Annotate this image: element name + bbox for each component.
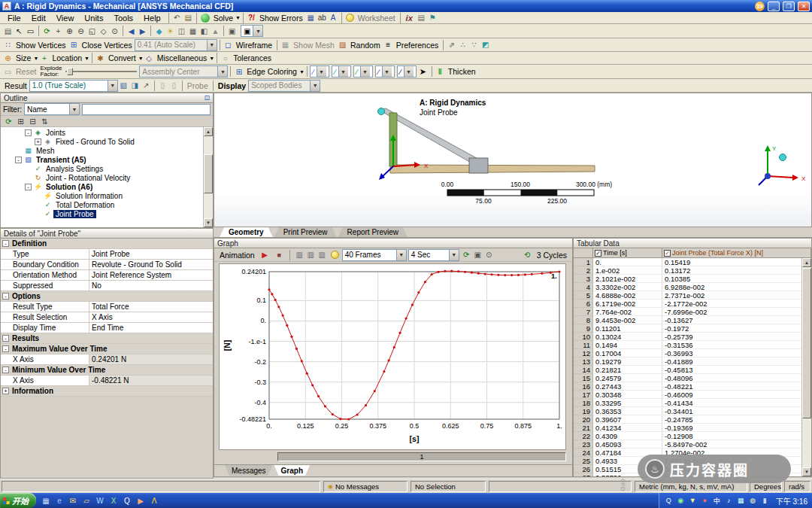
details-row-result-type[interactable]: Result TypeTotal Force [1, 302, 213, 312]
result-toggle-icon[interactable] [331, 251, 339, 259]
ql-player-icon[interactable]: ▶ [135, 494, 147, 506]
print-icon[interactable]: ▤ [2, 25, 14, 37]
table-row[interactable]: 150.24579-0.48096 [574, 374, 801, 382]
expand-icon[interactable]: + [2, 388, 9, 394]
box-select-icon[interactable]: ▭ [25, 25, 36, 37]
tree-item-fixed-ground-to-solid[interactable]: +◈Fixed - Ground To Solid [1, 137, 203, 146]
stop-animation-icon[interactable]: ■ [273, 249, 286, 261]
close-vertices-button[interactable]: ⊞ Close Vertices [68, 39, 135, 51]
table-row[interactable]: 160.27443-0.48221 [574, 382, 801, 391]
details-category-maximum-value-over-time[interactable]: -Maximum Value Over Time [1, 344, 213, 354]
tolerances-button[interactable]: ○ Tolerances [220, 52, 274, 64]
table-row[interactable]: 43.3302e-0026.9288e-002 [574, 283, 801, 291]
result-set-bar[interactable]: 1 [277, 452, 566, 461]
tab-messages[interactable]: Messages [225, 465, 273, 476]
pan-icon[interactable]: + [53, 25, 64, 37]
table-row[interactable]: 21.e-0020.13172 [574, 266, 801, 275]
reset-button[interactable]: ▭ Reset [2, 65, 38, 78]
vector-display-icon[interactable]: ↗ [141, 80, 152, 92]
menu-view[interactable]: View [51, 13, 80, 23]
viewport-layout-comb[interactable]: ▣ ▼ [241, 25, 263, 37]
minimize-button[interactable]: _ [768, 2, 780, 11]
table-row[interactable]: 89.4453e-002-0.13627 [574, 316, 801, 324]
tray-update-icon[interactable]: ◍ [748, 496, 758, 506]
outline-scrollbar[interactable]: ▲ ▼ [203, 127, 213, 227]
edge-style-combo-4[interactable]: ∕▼ [375, 65, 395, 78]
time-column-header[interactable]: ✓ Time [s] [593, 248, 662, 257]
show-vertices-button[interactable]: ∷ Show Vertices [2, 39, 68, 51]
table-row[interactable]: 180.33295-0.41434 [574, 399, 801, 407]
table-row[interactable]: 200.39607-0.24785 [574, 415, 801, 424]
details-row-value[interactable]: Joint Probe [89, 249, 213, 259]
pin-icon[interactable]: ⊡ [204, 94, 210, 102]
collapse-icon[interactable]: - [2, 345, 9, 352]
collapse-icon[interactable]: - [2, 367, 9, 373]
zoom-in-icon[interactable]: ⊕ [64, 25, 75, 37]
tree-item-joints[interactable]: -◈Joints [1, 128, 203, 137]
chart-properties-icon[interactable]: ⊙ [483, 249, 495, 261]
duration-combo[interactable]: 4 Sec ▼ [408, 249, 459, 261]
details-row-orientation-method[interactable]: Orientation MethodJoint Reference System [1, 270, 213, 281]
update-chart-icon[interactable]: ⟳ [461, 249, 472, 261]
spellcheck-icon[interactable]: ab [317, 12, 328, 24]
tree-item-joint-probe[interactable]: ✓Joint Probe [1, 209, 203, 218]
menu-file[interactable]: File [2, 13, 26, 23]
chart-zoom-icon[interactable]: ▥ [305, 249, 317, 261]
tab-geometry[interactable]: Geometry [220, 227, 273, 237]
export-video-icon[interactable]: ▣ [472, 249, 483, 261]
collapse-icon[interactable]: - [2, 240, 9, 247]
qq-level-badge[interactable]: 19 [755, 2, 765, 11]
font-icon[interactable]: A [328, 12, 339, 24]
menu-edit[interactable]: Edit [26, 13, 51, 23]
tray-download-icon[interactable]: ▼ [688, 496, 698, 506]
details-category-results[interactable]: -Results [1, 333, 213, 344]
details-row-value[interactable]: X Axis [89, 312, 213, 322]
details-row-value[interactable]: Revolute - Ground To Solid [89, 260, 213, 269]
outline-header[interactable]: Outline ⊡ [1, 93, 213, 103]
details-row-result-selection[interactable]: Result SelectionX Axis [1, 312, 213, 323]
link-horizontal-bar[interactable] [390, 165, 595, 173]
explode-factor-slider[interactable] [65, 66, 137, 77]
random-button[interactable]: Random [348, 41, 383, 50]
chart-pan-icon[interactable]: ▥ [294, 249, 305, 261]
worksheet-grid-icon[interactable]: ▦ [305, 12, 317, 24]
table-row[interactable]: 110.1494-0.31536 [574, 341, 801, 349]
result-scale-combo[interactable]: 1.0 (True Scale) ▼ [29, 80, 118, 92]
ql-word-icon[interactable]: W [94, 494, 106, 506]
tray-volume-icon[interactable]: ♪ [724, 496, 734, 506]
rotate-icon[interactable]: ⟳ [41, 25, 53, 37]
table-row[interactable]: 32.1021e-0020.10385 [574, 275, 801, 283]
collapse-icon[interactable]: - [2, 335, 9, 342]
slider-block[interactable] [469, 158, 488, 173]
collapse-icon[interactable]: - [15, 157, 22, 163]
details-row-boundary-condition[interactable]: Boundary ConditionRevolute - Ground To S… [1, 260, 213, 270]
ql-ansys-icon[interactable]: Λ [148, 494, 160, 506]
mesh-box-icon[interactable]: ◩ [480, 39, 491, 51]
tree-item-transient-a5[interactable]: -▧Transient (A5) [1, 155, 203, 164]
fit-view-icon[interactable]: ◇ [98, 25, 109, 37]
ql-mail-icon[interactable]: ✉ [67, 494, 79, 506]
table-row[interactable]: 190.36353-0.34401 [574, 407, 801, 415]
checkbox-checked-icon[interactable]: ✓ [664, 250, 671, 257]
lights-icon[interactable]: ☀ [165, 25, 176, 37]
show-errors-button[interactable]: ?/ Show Errors [246, 12, 305, 24]
preferences-button[interactable]: ≡ Preferences [383, 39, 441, 51]
value-column-header[interactable]: ✓ Joint Probe (Total Force X) [N] [662, 248, 811, 257]
wireframe-mode-icon[interactable]: ◫ [176, 25, 187, 37]
table-row[interactable]: 170.30348-0.46009 [574, 391, 801, 399]
scrollbar-thumb[interactable] [204, 154, 213, 193]
collapse-all-icon[interactable]: ⊟ [27, 115, 38, 127]
assembly-center-combo[interactable]: Assembly Center ▼ [139, 65, 228, 78]
scroll-down-icon[interactable]: ▼ [204, 218, 213, 227]
table-row[interactable]: 90.11201-0.1972 [574, 324, 801, 333]
tab-graph[interactable]: Graph [274, 465, 310, 476]
solve-button[interactable]: Solve ▼ [199, 14, 241, 23]
table-row[interactable]: 140.21821-0.45813 [574, 366, 801, 374]
refresh-tree-icon[interactable]: ⟳ [3, 115, 14, 127]
expand-all-icon[interactable]: ⊞ [15, 115, 26, 127]
tree-item-solution-information[interactable]: ⚡Solution Information [1, 191, 203, 200]
chart-fit-icon[interactable]: ▥ [317, 249, 328, 261]
clipboard-icon[interactable]: ▤ [183, 12, 194, 24]
tray-ime-icon[interactable]: 中 [712, 496, 722, 506]
location-dropdown[interactable]: + Location ▼ [38, 52, 89, 64]
